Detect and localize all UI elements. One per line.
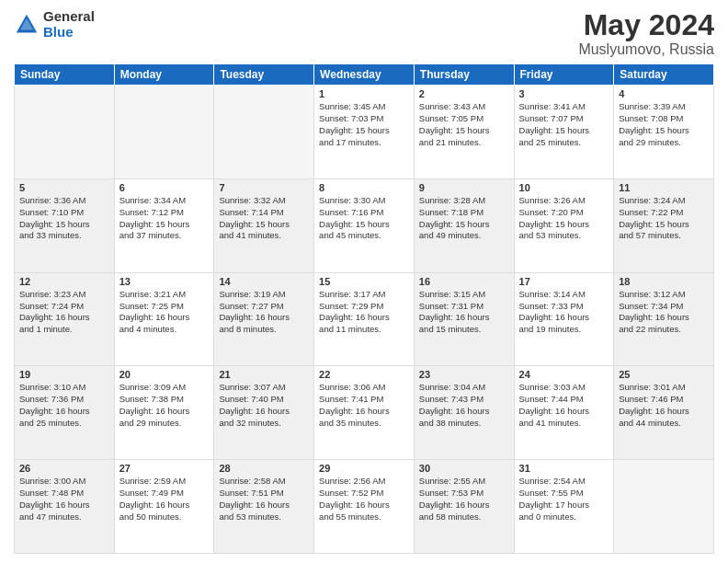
day-info: Sunrise: 3:04 AM Sunset: 7:43 PM Dayligh…: [419, 382, 509, 429]
calendar-cell: 3Sunrise: 3:41 AM Sunset: 7:07 PM Daylig…: [514, 86, 614, 179]
day-info: Sunrise: 2:54 AM Sunset: 7:55 PM Dayligh…: [519, 476, 609, 523]
calendar-cell: [214, 86, 314, 179]
day-info: Sunrise: 3:36 AM Sunset: 7:10 PM Dayligh…: [19, 195, 109, 242]
week-row-4: 19Sunrise: 3:10 AM Sunset: 7:36 PM Dayli…: [15, 366, 714, 460]
header: General Blue May 2024 Muslyumovo, Russia: [14, 9, 714, 58]
calendar-cell: 8Sunrise: 3:30 AM Sunset: 7:16 PM Daylig…: [314, 178, 415, 272]
day-header-tuesday: Tuesday: [214, 64, 314, 86]
month-title: May 2024: [578, 9, 714, 41]
day-info: Sunrise: 3:01 AM Sunset: 7:46 PM Dayligh…: [619, 382, 709, 429]
day-number: 15: [319, 276, 409, 287]
logo-text: General Blue: [43, 9, 95, 40]
calendar-cell: 6Sunrise: 3:34 AM Sunset: 7:12 PM Daylig…: [114, 178, 214, 272]
day-number: 21: [219, 369, 309, 380]
calendar-cell: 25Sunrise: 3:01 AM Sunset: 7:46 PM Dayli…: [614, 366, 714, 460]
page: General Blue May 2024 Muslyumovo, Russia…: [0, 0, 728, 563]
day-header-sunday: Sunday: [15, 64, 115, 86]
day-info: Sunrise: 3:03 AM Sunset: 7:44 PM Dayligh…: [519, 382, 609, 429]
calendar-cell: 26Sunrise: 3:00 AM Sunset: 7:48 PM Dayli…: [15, 460, 115, 554]
calendar-cell: [114, 86, 214, 179]
calendar-cell: 11Sunrise: 3:24 AM Sunset: 7:22 PM Dayli…: [614, 178, 714, 272]
day-number: 13: [119, 276, 210, 287]
day-info: Sunrise: 3:34 AM Sunset: 7:12 PM Dayligh…: [119, 195, 210, 242]
day-number: 25: [619, 369, 709, 380]
calendar-cell: 31Sunrise: 2:54 AM Sunset: 7:55 PM Dayli…: [514, 460, 614, 554]
calendar-cell: 18Sunrise: 3:12 AM Sunset: 7:34 PM Dayli…: [614, 272, 714, 366]
day-number: 6: [119, 182, 210, 193]
day-number: 16: [419, 276, 509, 287]
calendar-cell: 2Sunrise: 3:43 AM Sunset: 7:05 PM Daylig…: [414, 86, 514, 179]
day-info: Sunrise: 2:55 AM Sunset: 7:53 PM Dayligh…: [419, 476, 509, 523]
calendar-cell: 12Sunrise: 3:23 AM Sunset: 7:24 PM Dayli…: [15, 272, 115, 366]
day-info: Sunrise: 3:23 AM Sunset: 7:24 PM Dayligh…: [19, 289, 109, 336]
day-info: Sunrise: 3:10 AM Sunset: 7:36 PM Dayligh…: [19, 382, 109, 429]
day-info: Sunrise: 3:28 AM Sunset: 7:18 PM Dayligh…: [419, 195, 509, 242]
day-header-friday: Friday: [514, 64, 614, 86]
calendar-cell: 24Sunrise: 3:03 AM Sunset: 7:44 PM Dayli…: [514, 366, 614, 460]
day-number: 9: [419, 182, 509, 193]
day-info: Sunrise: 3:00 AM Sunset: 7:48 PM Dayligh…: [19, 476, 109, 523]
calendar-cell: 27Sunrise: 2:59 AM Sunset: 7:49 PM Dayli…: [114, 460, 214, 554]
calendar-cell: 19Sunrise: 3:10 AM Sunset: 7:36 PM Dayli…: [15, 366, 115, 460]
day-number: 18: [619, 276, 709, 287]
calendar-cell: 30Sunrise: 2:55 AM Sunset: 7:53 PM Dayli…: [414, 460, 514, 554]
day-info: Sunrise: 3:12 AM Sunset: 7:34 PM Dayligh…: [619, 289, 709, 336]
days-row: SundayMondayTuesdayWednesdayThursdayFrid…: [15, 64, 714, 86]
day-number: 2: [419, 88, 509, 99]
calendar-cell: 23Sunrise: 3:04 AM Sunset: 7:43 PM Dayli…: [414, 366, 514, 460]
day-number: 28: [219, 463, 309, 474]
week-row-2: 5Sunrise: 3:36 AM Sunset: 7:10 PM Daylig…: [15, 178, 714, 272]
day-number: 1: [319, 88, 409, 99]
day-number: 17: [519, 276, 609, 287]
calendar-cell: 1Sunrise: 3:45 AM Sunset: 7:03 PM Daylig…: [314, 86, 415, 179]
day-header-thursday: Thursday: [414, 64, 514, 86]
day-number: 11: [619, 182, 709, 193]
calendar-cell: 13Sunrise: 3:21 AM Sunset: 7:25 PM Dayli…: [114, 272, 214, 366]
day-number: 19: [19, 369, 109, 380]
day-info: Sunrise: 3:17 AM Sunset: 7:29 PM Dayligh…: [319, 289, 409, 336]
day-info: Sunrise: 2:58 AM Sunset: 7:51 PM Dayligh…: [219, 476, 309, 523]
day-info: Sunrise: 3:45 AM Sunset: 7:03 PM Dayligh…: [319, 101, 409, 148]
week-row-5: 26Sunrise: 3:00 AM Sunset: 7:48 PM Dayli…: [15, 460, 714, 554]
day-info: Sunrise: 2:56 AM Sunset: 7:52 PM Dayligh…: [319, 476, 409, 523]
day-header-saturday: Saturday: [614, 64, 714, 86]
logo-blue: Blue: [43, 25, 95, 40]
day-info: Sunrise: 3:14 AM Sunset: 7:33 PM Dayligh…: [519, 289, 609, 336]
calendar-cell: [614, 460, 714, 554]
logo-icon: [14, 12, 40, 38]
day-info: Sunrise: 2:59 AM Sunset: 7:49 PM Dayligh…: [119, 476, 210, 523]
day-info: Sunrise: 3:26 AM Sunset: 7:20 PM Dayligh…: [519, 195, 609, 242]
calendar-cell: 16Sunrise: 3:15 AM Sunset: 7:31 PM Dayli…: [414, 272, 514, 366]
day-number: 24: [519, 369, 609, 380]
day-info: Sunrise: 3:15 AM Sunset: 7:31 PM Dayligh…: [419, 289, 509, 336]
day-info: Sunrise: 3:24 AM Sunset: 7:22 PM Dayligh…: [619, 195, 709, 242]
day-info: Sunrise: 3:41 AM Sunset: 7:07 PM Dayligh…: [519, 101, 609, 148]
day-number: 30: [419, 463, 509, 474]
day-number: 12: [19, 276, 109, 287]
day-number: 22: [319, 369, 409, 380]
calendar-cell: 28Sunrise: 2:58 AM Sunset: 7:51 PM Dayli…: [214, 460, 314, 554]
day-info: Sunrise: 3:07 AM Sunset: 7:40 PM Dayligh…: [219, 382, 309, 429]
week-row-3: 12Sunrise: 3:23 AM Sunset: 7:24 PM Dayli…: [15, 272, 714, 366]
day-number: 20: [119, 369, 210, 380]
day-number: 23: [419, 369, 509, 380]
calendar-cell: [15, 86, 115, 179]
day-number: 26: [19, 463, 109, 474]
day-number: 29: [319, 463, 409, 474]
calendar-cell: 15Sunrise: 3:17 AM Sunset: 7:29 PM Dayli…: [314, 272, 415, 366]
location: Muslyumovo, Russia: [578, 41, 714, 58]
week-row-1: 1Sunrise: 3:45 AM Sunset: 7:03 PM Daylig…: [15, 86, 714, 179]
calendar-cell: 14Sunrise: 3:19 AM Sunset: 7:27 PM Dayli…: [214, 272, 314, 366]
calendar-cell: 17Sunrise: 3:14 AM Sunset: 7:33 PM Dayli…: [514, 272, 614, 366]
calendar-cell: 10Sunrise: 3:26 AM Sunset: 7:20 PM Dayli…: [514, 178, 614, 272]
calendar-cell: 9Sunrise: 3:28 AM Sunset: 7:18 PM Daylig…: [414, 178, 514, 272]
calendar-cell: 4Sunrise: 3:39 AM Sunset: 7:08 PM Daylig…: [614, 86, 714, 179]
day-info: Sunrise: 3:21 AM Sunset: 7:25 PM Dayligh…: [119, 289, 210, 336]
calendar-cell: 5Sunrise: 3:36 AM Sunset: 7:10 PM Daylig…: [15, 178, 115, 272]
day-info: Sunrise: 3:09 AM Sunset: 7:38 PM Dayligh…: [119, 382, 210, 429]
day-number: 27: [119, 463, 210, 474]
day-number: 4: [619, 88, 709, 99]
day-info: Sunrise: 3:30 AM Sunset: 7:16 PM Dayligh…: [319, 195, 409, 242]
day-info: Sunrise: 3:43 AM Sunset: 7:05 PM Dayligh…: [419, 101, 509, 148]
calendar-body: 1Sunrise: 3:45 AM Sunset: 7:03 PM Daylig…: [15, 86, 714, 554]
